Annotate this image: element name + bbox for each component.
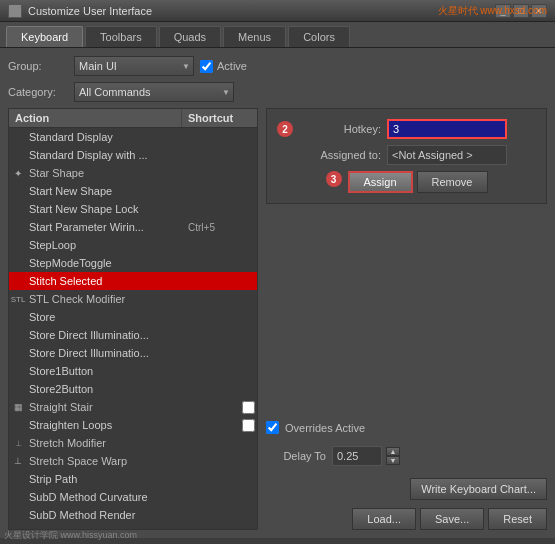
item-label: Straight Stair [27,399,164,415]
reset-button[interactable]: Reset [488,508,547,530]
watermark: 火星时代 www.hxsd.com [438,4,547,18]
item-label: Start New Shape Lock [27,201,182,217]
delay-section: Delay To ▲ ▼ [266,446,547,466]
list-item[interactable]: Start New Shape [9,182,257,200]
stretch-icon: ⟂ [9,438,27,448]
list-item[interactable]: Straighten Loops [9,416,257,434]
list-item[interactable]: Store Direct Illuminatio... [9,344,257,362]
active-label[interactable]: Active [217,60,247,72]
item-label: Store1Button [27,363,182,379]
tab-menus[interactable]: Menus [223,26,286,47]
item-shortcut [182,315,257,319]
item-label: Star Shape [27,165,182,181]
list-item[interactable]: SubD Method Curvature [9,488,257,506]
item-label: STL Check Modifier [27,291,182,307]
item-label: Stretch Space Warp [27,453,182,469]
item-shortcut [182,171,257,175]
app-icon [8,4,22,18]
assigned-input[interactable] [387,145,507,165]
load-button[interactable]: Load... [352,508,416,530]
list-item[interactable]: Start Parameter Wirin... Ctrl+5 [9,218,257,236]
item-shortcut [182,207,257,211]
assigned-label: Assigned to: [301,149,381,161]
item-shortcut [182,441,257,445]
list-item-category[interactable]: ✦ Star Shape [9,164,257,182]
item-label: Store [27,309,182,325]
tab-keyboard[interactable]: Keyboard [6,26,83,47]
list-item[interactable]: StepModeToggle [9,254,257,272]
list-item[interactable]: StepLoop [9,236,257,254]
item-shortcut [182,387,257,391]
hotkey-row: 2 Hotkey: [277,119,536,139]
item-label: Store Direct Illuminatio... [27,327,182,343]
active-checkbox-wrapper: Active [200,60,247,73]
save-button[interactable]: Save... [420,508,484,530]
header-shortcut: Shortcut [182,109,257,127]
list-item[interactable]: Store1Button [9,362,257,380]
list-item[interactable]: Store2Button [9,380,257,398]
item-checkbox-stair [239,401,257,414]
item-shortcut [182,459,257,463]
assign-button-row: 3 Assign Remove [277,171,536,193]
list-item-category[interactable]: ⊥ Stretch Space Warp [9,452,257,470]
item-label: Start New Shape [27,183,182,199]
list-item-category[interactable]: ▦ Straight Stair [9,398,257,416]
command-list-panel: Action Shortcut Standard Display Standar… [8,108,258,530]
item-label: Store2Button [27,381,182,397]
item-label: SubD Method Curvature [27,489,182,505]
two-column-layout: Action Shortcut Standard Display Standar… [8,108,547,530]
item-checkbox-loops [239,419,257,432]
item-shortcut [182,279,257,283]
tab-quads[interactable]: Quads [159,26,221,47]
header-action: Action [9,109,182,127]
item-shortcut [182,495,257,499]
overrides-section: Overrides Active [266,417,547,438]
list-item-category[interactable]: STL STL Check Modifier [9,290,257,308]
write-chart-button[interactable]: Write Keyboard Chart... [410,478,547,500]
list-item-category[interactable]: ⟂ Stretch Modifier [9,434,257,452]
list-item[interactable]: SubD Method Render [9,506,257,524]
item-shortcut [182,153,257,157]
item-label: Straighten Loops [27,417,164,433]
bottom-logo: 火星设计学院 www.hissyuan.com [4,529,137,542]
tab-colors[interactable]: Colors [288,26,350,47]
list-item[interactable]: Store Direct Illuminatio... [9,326,257,344]
spin-up-button[interactable]: ▲ [386,447,400,456]
overrides-checkbox[interactable] [266,421,279,434]
assign-button[interactable]: Assign [348,171,413,193]
item-shortcut [182,333,257,337]
spacer [266,212,547,409]
overrides-label[interactable]: Overrides Active [285,422,365,434]
item-shortcut [182,351,257,355]
command-list-body[interactable]: Standard Display Standard Display with .… [9,128,257,529]
category-dropdown[interactable]: All Commands [74,82,234,102]
item-label: Standard Display [27,129,182,145]
item-shortcut [182,477,257,481]
active-checkbox[interactable] [200,60,213,73]
list-header: Action Shortcut [9,109,257,128]
bottom-buttons: Write Keyboard Chart... [266,474,547,500]
remove-button[interactable]: Remove [417,171,488,193]
list-item-selected[interactable]: Stitch Selected [9,272,257,290]
item-shortcut [164,423,239,427]
list-item[interactable]: Start New Shape Lock [9,200,257,218]
right-panel: 2 Hotkey: Assigned to: 3 Assign Remove [266,108,547,530]
hotkey-label: Hotkey: [301,123,381,135]
item-label: Stretch Modifier [27,435,182,451]
spin-down-button[interactable]: ▼ [386,456,400,465]
item-label: Standard Display with ... [27,147,182,163]
delay-label: Delay To [266,450,326,462]
category-dropdown-wrapper: All Commands [74,82,234,102]
list-item[interactable]: Standard Display [9,128,257,146]
category-row: Category: All Commands [8,82,547,102]
list-item[interactable]: Store [9,308,257,326]
group-row: Group: Main UI Active [8,56,547,76]
item-label: SubD Method Render [27,507,182,523]
list-item[interactable]: Standard Display with ... [9,146,257,164]
list-item[interactable]: Strip Path [9,470,257,488]
group-dropdown[interactable]: Main UI [74,56,194,76]
tab-toolbars[interactable]: Toolbars [85,26,157,47]
delay-input[interactable] [332,446,382,466]
main-content: Group: Main UI Active Category: All Comm… [0,48,555,538]
hotkey-input[interactable] [387,119,507,139]
